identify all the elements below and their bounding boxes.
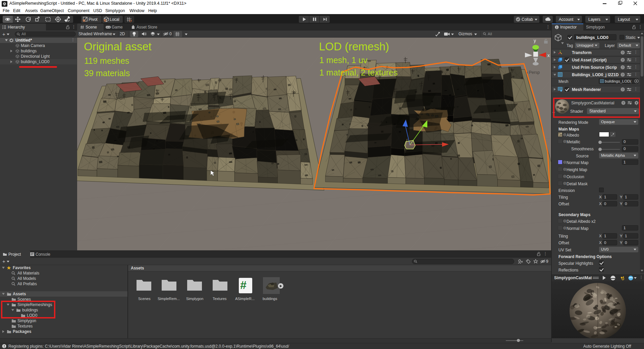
- svg-text:1 mesh, 1 uv: 1 mesh, 1 uv: [319, 55, 368, 65]
- svg-text:‹ Persp: ‹ Persp: [527, 70, 540, 75]
- svg-text:?: ?: [622, 88, 624, 91]
- svg-text:?: ?: [622, 73, 624, 77]
- svg-text:39 materials: 39 materials: [84, 68, 130, 78]
- svg-text:1 material, 2 textures: 1 material, 2 textures: [319, 68, 397, 77]
- svg-text:LOD (remesh): LOD (remesh): [319, 40, 389, 53]
- svg-text:?: ?: [622, 58, 624, 62]
- svg-text:y: y: [534, 38, 536, 43]
- svg-text:Original asset: Original asset: [84, 40, 152, 53]
- svg-text:?: ?: [622, 66, 624, 69]
- svg-text:x: x: [547, 53, 550, 58]
- svg-text:119 meshes: 119 meshes: [84, 56, 129, 65]
- svg-text:?: ?: [622, 51, 624, 54]
